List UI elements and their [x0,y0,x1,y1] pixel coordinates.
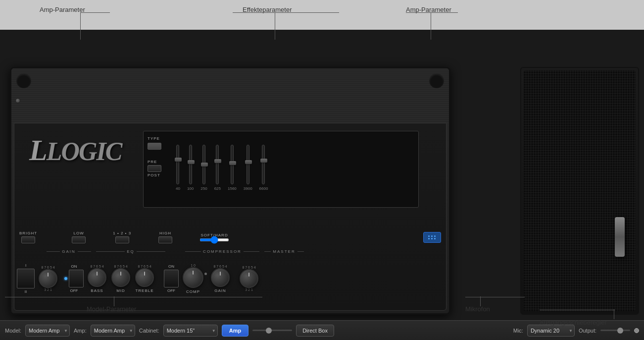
eq-on-off-group: ON OFF [64,264,84,293]
output-label: Output: [579,328,596,334]
low-label: LOW [74,231,84,235]
slider-3900[interactable]: 3900 [244,145,252,191]
gain-knob[interactable] [39,269,57,288]
type-label: TYPE [148,136,172,141]
eq-on-label: ON [71,264,77,269]
treble-knob[interactable] [135,268,154,287]
cabinet-select-wrapper: Modern 15" Modern 4x12 Vintage 2x12 ▼ [163,325,218,337]
master-section-label: MASTER [273,249,295,254]
comp-toggle-switch[interactable] [164,270,179,287]
channel-123-switch[interactable] [115,236,129,243]
output-dot [634,328,639,333]
comp-gain-label: GAIN [214,288,226,293]
amp-slider[interactable] [252,330,292,331]
treble-knob-group: 8 7 6 5 4 TREBLE [135,265,154,293]
ann-ausgangs-line-h [540,310,615,310]
logo-area: LLOGIC [29,133,128,168]
mic-select[interactable]: Dynamic 20 Condenser 87 Ribbon 44 [527,325,575,337]
gain-knob-group: 8 7 6 5 4 3 2 1 [39,266,57,291]
low-group: LOW [72,231,86,243]
speaker-cabinet [520,67,639,315]
mic-select-wrapper: Dynamic 20 Condenser 87 Ribbon 44 ▼ [527,325,575,337]
ann-ausgangs-line-v [614,309,614,319]
effects-panel: TYPE PRE POST 40 100 [143,131,419,208]
post-label: POST [148,173,172,177]
ann-model-line-h-right [114,297,262,297]
slider-100[interactable]: 100 [187,145,194,191]
master-knob-group: 8 7 6 5 4 3 2 1 [240,266,258,291]
comp-gain-knob[interactable] [211,268,230,287]
channel-ii-label: II [25,289,27,294]
type-pre-post-controls: TYPE PRE POST [148,136,172,178]
slider-625[interactable]: 625 [214,145,221,191]
speaker-plug-area [610,217,636,267]
comp-off-label: OFF [167,288,175,293]
corner-bracket-tl [16,73,31,88]
mic-label: Mic: [513,328,523,334]
bottom-controls-area: BRIGHT LOW 1 • 2 • 3 HI [17,228,444,305]
amp-select[interactable]: Modern Amp Classic Amp [91,325,135,337]
ann-model-param: Model-Parameter [87,305,136,313]
bright-group: BRIGHT [19,231,37,243]
treble-label: TREBLE [135,288,153,293]
section-labels-row: GAIN EQ COMPRESSOR [19,247,441,255]
comp-gain-knob-group: 8 7 6 5 4 GAIN [211,265,230,293]
speaker-grille [524,70,636,311]
ann-effekte-line-v [275,12,275,40]
mid-knob[interactable] [111,268,130,287]
channel-switch-group: I II [17,263,35,294]
bass-knob[interactable] [88,268,106,287]
eq-toggle-switch[interactable] [69,270,84,287]
amp-mode-button[interactable]: Amp [222,325,248,337]
amp-label: Amp: [74,328,87,334]
ann-mikrofon-line-v [480,296,481,306]
amp-select-wrapper: Modern Amp Classic Amp ▼ [91,325,135,337]
high-switch[interactable] [158,236,172,243]
direct-box-button[interactable]: Direct Box [296,325,334,337]
eq-section-label: EQ [127,249,135,254]
channel-i-label: I [25,263,26,268]
cabinet-select[interactable]: Modern 15" Modern 4x12 Vintage 2x12 [163,325,218,337]
bright-switch[interactable] [21,236,35,243]
output-slider[interactable] [600,330,630,331]
corner-bracket-tr [429,73,444,88]
slider-40[interactable]: 40 [176,145,180,191]
amp-fabric [11,68,449,123]
bright-label: BRIGHT [19,231,37,235]
slider-250[interactable]: 250 [200,145,207,191]
pre-button[interactable] [148,165,161,172]
low-switch[interactable] [72,236,86,243]
high-group: HIGH [158,231,172,243]
comp-on-label: ON [168,264,174,269]
soft-hard-slider[interactable] [199,238,229,241]
type-button[interactable] [148,143,161,150]
cabinet-label: Cabinet: [139,328,159,334]
master-knob[interactable] [240,269,258,288]
comp-knob[interactable] [183,267,203,288]
comp-knob-group: 1 0 COMP [183,264,203,294]
ann-amp-param-right-line-h-left [406,12,432,13]
model-select-wrapper: Modern Amp Classic Amp British Stack ▼ [25,325,70,337]
ann-model-line-v [114,296,114,306]
ann-effekte-line-h-right [275,12,339,13]
grille-pattern [524,70,636,311]
ann-amp-param-right-line-v [431,12,431,40]
ann-mikrofon: Mikrofon [465,305,490,313]
soft-hard-group: SOFT/HARD [199,233,229,241]
amp-logo: LLOGIC [29,133,128,168]
grid-button[interactable] [423,232,441,243]
slider-6600[interactable]: 6600 [259,145,268,191]
comp-led [204,273,207,275]
comp-label: COMP [186,289,200,294]
channel-switch[interactable] [17,269,35,288]
mid-knob-group: 8 7 6 5 4 MID [111,265,130,293]
speaker-plug [615,217,625,257]
model-label: Model: [5,328,21,334]
slider-1560[interactable]: 1560 [228,145,237,191]
ann-amp-param-left-line-v [80,12,81,40]
ann-model-line-h-left [5,297,115,297]
model-select[interactable]: Modern Amp Classic Amp British Stack [25,325,70,337]
amp-body: LLOGIC TYPE PRE POST 40 [10,67,450,315]
ann-amp-param-right-line-h-right [431,12,458,13]
bass-label: BASS [91,288,103,293]
